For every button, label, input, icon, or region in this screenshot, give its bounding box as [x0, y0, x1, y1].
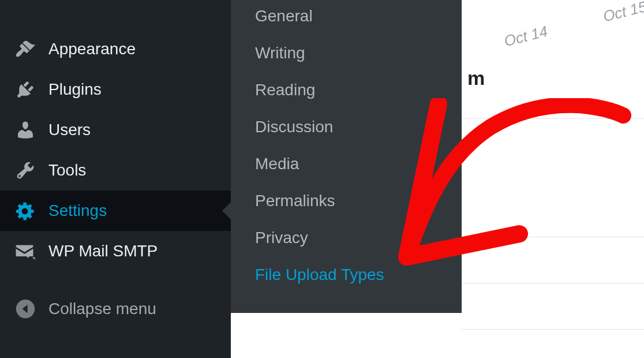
- users-icon: [12, 116, 39, 144]
- submenu-item-permalinks[interactable]: Permalinks: [231, 182, 462, 219]
- collapse-icon: [12, 295, 39, 323]
- submenu-item-reading[interactable]: Reading: [231, 72, 462, 109]
- collapse-label: Collapse menu: [48, 300, 156, 318]
- menu-item-users[interactable]: Users: [0, 110, 231, 150]
- date-label: Oct 14: [502, 23, 549, 51]
- date-label: Oct 15: [601, 0, 644, 26]
- menu-item-label: Plugins: [48, 80, 102, 99]
- submenu-item-writing[interactable]: Writing: [231, 35, 462, 72]
- menu-item-wp-mail-smtp[interactable]: WP Mail SMTP: [0, 231, 231, 271]
- content-partial-text: m: [467, 67, 485, 90]
- submenu-item-file-upload-types[interactable]: File Upload Types: [231, 256, 462, 293]
- menu-item-label: WP Mail SMTP: [48, 242, 158, 260]
- submenu-item-media[interactable]: Media: [231, 146, 462, 182]
- submenu-item-general[interactable]: General: [231, 0, 462, 35]
- menu-item-tools[interactable]: Tools: [0, 150, 231, 191]
- plugins-icon: [12, 76, 39, 103]
- menu-item-label: Tools: [48, 161, 86, 180]
- menu-item-appearance[interactable]: Appearance: [0, 29, 231, 69]
- tools-icon: [12, 156, 39, 184]
- mail-icon: [12, 237, 39, 265]
- collapse-menu[interactable]: Collapse menu: [0, 289, 231, 329]
- appearance-icon: [12, 35, 39, 63]
- divider: [462, 118, 644, 119]
- admin-sidebar: Appearance Plugins Users Tools Settings …: [0, 0, 231, 358]
- menu-item-settings[interactable]: Settings: [0, 191, 231, 231]
- menu-item-label: Settings: [48, 202, 107, 220]
- divider: [462, 283, 644, 284]
- submenu-item-privacy[interactable]: Privacy: [231, 219, 462, 256]
- menu-item-label: Users: [48, 121, 91, 139]
- divider: [462, 237, 644, 237]
- menu-item-label: Appearance: [48, 40, 136, 58]
- divider: [462, 329, 644, 330]
- menu-item-plugins[interactable]: Plugins: [0, 69, 231, 110]
- submenu-item-discussion[interactable]: Discussion: [231, 109, 462, 146]
- settings-icon: [12, 197, 39, 225]
- settings-submenu: General Writing Reading Discussion Media…: [231, 0, 462, 313]
- date-labels: Oct 14 Oct 15: [502, 0, 644, 50]
